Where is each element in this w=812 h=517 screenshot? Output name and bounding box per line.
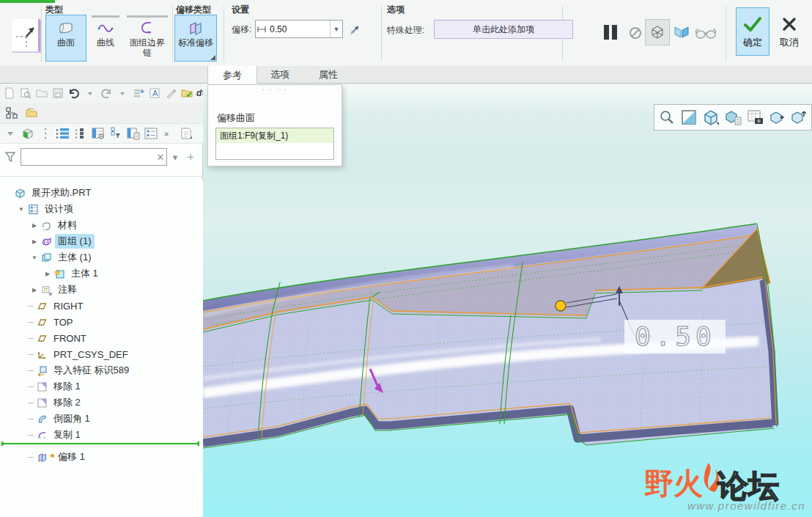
tree-columns-doc-icon[interactable] <box>126 126 141 141</box>
new-file-icon[interactable] <box>2 86 17 100</box>
tab-options[interactable]: 选项 <box>256 66 304 84</box>
boundary-chain-type-button[interactable]: 面组边界链 <box>125 15 170 62</box>
graphics-area[interactable]: 0.50 · · · · 偏移曲面 面组1:F9(复制_1) 野火 论坛 www… <box>203 84 812 517</box>
tree-item[interactable]: 导入特征 标识589 <box>18 362 132 378</box>
expander-open-icon[interactable]: ▼ <box>18 206 25 213</box>
panel-drag-handle[interactable]: · · · · <box>208 85 342 95</box>
offset-value-input[interactable]: 0.50 <box>267 24 330 34</box>
dimension-value[interactable]: 0.50 <box>635 321 716 351</box>
remove-surface-icon <box>37 397 48 408</box>
tree-item-label: PRT_CSYS_DEF <box>51 348 131 361</box>
tree-item[interactable]: ▼设计项 <box>18 201 76 217</box>
offset-value-combobox[interactable]: 0.50 ▼ <box>255 20 343 38</box>
tree-item[interactable]: ▶注释 <box>31 282 80 298</box>
collapse-list-icon[interactable] <box>73 126 88 141</box>
no-preview-icon[interactable] <box>627 25 643 41</box>
offset-dashboard-ribbon: 类型 偏移类型 设置 选项 曲面 曲线 面组边界链 <box>0 0 812 67</box>
ok-button[interactable]: 确定 <box>736 7 769 56</box>
view-manager-icon[interactable] <box>745 108 764 127</box>
tree-filter-icon[interactable] <box>108 126 123 141</box>
tree-item[interactable]: ▶主体 1 <box>44 265 101 282</box>
tree-item[interactable]: 移除 2 <box>18 395 84 411</box>
edit-icon[interactable] <box>163 86 178 100</box>
insertion-indicator[interactable] <box>3 443 198 444</box>
cancel-button[interactable]: 取消 <box>772 7 806 56</box>
filter-caret-icon[interactable]: ▾ <box>170 150 180 164</box>
reference-collector[interactable]: 面组1:F9(复制_1) <box>215 128 334 160</box>
save-icon[interactable] <box>51 86 65 100</box>
tree-connector <box>28 457 34 458</box>
special-handling-label: 特殊处理: <box>387 24 424 37</box>
drag-handle[interactable] <box>556 301 566 311</box>
tree-item[interactable]: RIGHT <box>18 298 86 314</box>
tree-item[interactable]: ▶材料 <box>31 217 80 233</box>
tree-columns-icon[interactable] <box>91 126 106 141</box>
tree-item-label: 偏移 1 <box>55 450 88 464</box>
undo-icon[interactable] <box>67 86 81 100</box>
watermark-title-secondary: 论坛 <box>717 469 779 503</box>
expand-list-icon[interactable] <box>56 126 70 141</box>
tree-item[interactable]: FRONT <box>18 330 89 346</box>
standard-offset-button[interactable]: 标准偏移 <box>174 15 217 62</box>
open-icon[interactable] <box>34 86 49 100</box>
glasses-icon[interactable] <box>693 26 718 41</box>
in-graphics-toolbar <box>654 104 812 131</box>
settings-list-icon[interactable] <box>144 126 158 141</box>
tree-item[interactable]: 移除 1 <box>18 378 84 395</box>
ribbon-separator <box>224 6 224 62</box>
surface-type-button[interactable]: 曲面 <box>45 15 86 62</box>
saved-orientations-icon[interactable] <box>723 108 742 127</box>
kebab-icon[interactable] <box>38 126 53 141</box>
tab-references[interactable]: 参考 <box>207 66 257 84</box>
tree-item[interactable]: PRT_CSYS_DEF <box>18 346 131 362</box>
text-style-icon[interactable]: A <box>147 86 162 100</box>
attached-preview-icon[interactable] <box>671 23 692 41</box>
wireframe-preview-icon[interactable] <box>645 19 670 45</box>
expander-closed-icon[interactable]: ▶ <box>31 238 38 245</box>
doc-options-icon[interactable] <box>179 126 193 141</box>
refit-icon[interactable] <box>679 108 698 127</box>
tab-properties[interactable]: 属性 <box>304 66 353 84</box>
pause-icon[interactable] <box>599 21 621 44</box>
expander-closed-icon[interactable]: ▶ <box>31 222 38 229</box>
tree-item[interactable]: *偏移 1 <box>18 449 88 465</box>
tree-item[interactable]: ▼主体 (1) <box>31 249 95 265</box>
annotation-display-icon[interactable] <box>789 108 808 127</box>
plus-icon[interactable]: ＋ <box>183 150 198 164</box>
chevrons-icon[interactable]: » <box>161 126 176 141</box>
undo-caret-icon[interactable] <box>83 86 97 100</box>
folder-check-icon[interactable] <box>180 86 194 100</box>
expander-closed-icon[interactable]: ▶ <box>44 271 51 277</box>
tree-item[interactable]: TOP <box>18 314 76 330</box>
special-handling-collector[interactable]: 单击此处添加项 <box>434 20 573 39</box>
folder-browser-icon[interactable] <box>25 106 40 120</box>
offset-value-dropdown[interactable]: ▼ <box>330 21 342 37</box>
curve-type-button[interactable]: 曲线 <box>89 15 122 62</box>
expander-open-icon[interactable]: ▼ <box>31 254 38 261</box>
zoom-icon[interactable] <box>657 108 676 127</box>
expander-closed-icon[interactable]: ▶ <box>31 287 38 293</box>
tree-filter-input[interactable] <box>21 149 155 165</box>
offset-icon <box>37 452 48 463</box>
display-style-icon[interactable] <box>701 108 720 127</box>
tree-item[interactable]: 展开求助.PRT <box>4 185 94 201</box>
model-tree-icon[interactable] <box>4 106 19 120</box>
redo-caret-icon[interactable] <box>115 86 130 100</box>
tree-item[interactable]: ▶面组 (1) <box>31 233 95 249</box>
funnel-icon[interactable] <box>3 150 18 164</box>
datum-display-icon[interactable] <box>767 108 786 127</box>
tree-item[interactable]: 复制 1 <box>18 427 84 443</box>
caret-down-icon[interactable] <box>3 126 18 141</box>
model-tree: 展开求助.PRT▼设计项▶材料▶面组 (1)▼主体 (1)▶主体 1▶注释RIG… <box>0 180 203 517</box>
tree-connector <box>28 370 34 371</box>
regenerate-icon[interactable] <box>131 86 146 100</box>
navigator-tabs <box>0 103 207 123</box>
clear-icon[interactable]: ✕ <box>155 150 166 164</box>
find-icon[interactable] <box>18 86 33 100</box>
redo-icon[interactable] <box>99 86 114 100</box>
flip-direction-button[interactable] <box>345 20 364 40</box>
reference-item[interactable]: 面组1:F9(复制_1) <box>216 128 333 143</box>
curve-icon <box>97 20 114 36</box>
view-cube-icon[interactable] <box>21 126 35 141</box>
tree-item[interactable]: 倒圆角 1 <box>18 411 93 427</box>
